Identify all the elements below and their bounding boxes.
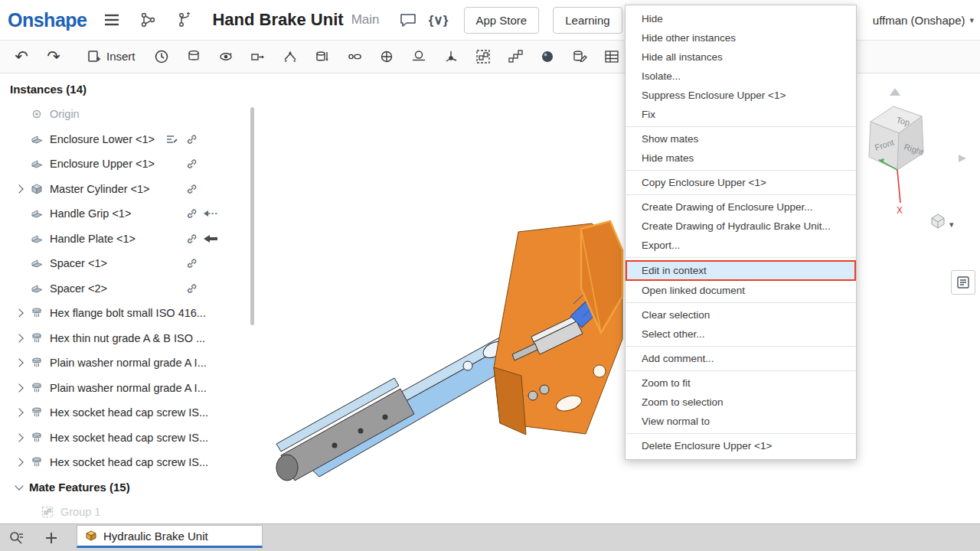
planar-mate-button[interactable] <box>276 44 304 70</box>
instance-row-hex-socket-screw-1[interactable]: Hex socket head cap screw IS... <box>0 400 264 425</box>
x-axis-label: X <box>897 205 903 216</box>
branches-icon[interactable] <box>174 8 197 31</box>
history-button[interactable] <box>148 44 175 70</box>
viewport-3d[interactable]: Top Front Right X ▾ <box>264 73 980 524</box>
menu-item-delete[interactable]: Delete Enclosure Upper <1> <box>626 436 856 455</box>
collapse-chevron[interactable] <box>9 475 29 500</box>
expand-chevron[interactable] <box>9 450 29 475</box>
expand-chevron[interactable] <box>9 376 29 401</box>
redo-button[interactable]: ↷ <box>40 44 67 70</box>
document-title: Hand Brake Unit <box>212 10 343 30</box>
menu-item-fix[interactable]: Fix <box>626 105 856 124</box>
menu-item-suppress[interactable]: Suppress Enclosure Upper <1> <box>626 86 856 105</box>
menu-item-clear-selection[interactable]: Clear selection <box>626 305 856 324</box>
tangent-mate-button[interactable] <box>405 44 433 70</box>
featurescript-icon[interactable]: {∨} <box>427 8 450 31</box>
view-mode-dropdown[interactable]: ▾ <box>932 214 954 229</box>
search-icon <box>8 530 24 546</box>
view-cube-right-arrow[interactable] <box>959 155 966 162</box>
menu-item-hide-mates[interactable]: Hide mates <box>626 148 856 168</box>
slider-mate-icon <box>250 49 266 64</box>
cylindrical-mate-button[interactable] <box>309 44 336 70</box>
instance-row-spacer-1[interactable]: Spacer <1> <box>0 251 264 276</box>
appearance-button[interactable] <box>534 44 561 70</box>
menu-item-create-drawing-unit[interactable]: Create Drawing of Hydraulic Brake Unit..… <box>626 217 856 236</box>
menu-item-isolate[interactable]: Isolate... <box>626 67 856 86</box>
part-icon <box>29 282 44 295</box>
undo-button[interactable]: ↶ <box>8 44 35 70</box>
instance-row-hex-socket-screw-2[interactable]: Hex socket head cap screw IS... <box>0 425 264 451</box>
onshape-logo[interactable]: Onshape <box>8 9 87 31</box>
group-button[interactable] <box>469 44 497 70</box>
instance-row-origin[interactable]: Origin <box>0 102 264 127</box>
panel-scrollbar[interactable] <box>250 107 254 325</box>
menu-item-view-normal-to[interactable]: View normal to <box>626 412 856 431</box>
mate-features-header[interactable]: Mate Features (15) <box>0 475 264 500</box>
ball-mate-button[interactable] <box>373 44 400 70</box>
instance-row-enclosure-lower[interactable]: Enclosure Lower <1> <box>0 127 264 152</box>
mate-feature-row-group-1[interactable]: Group 1 <box>0 500 264 524</box>
menu-item-select-other[interactable]: Select other... <box>626 324 856 344</box>
menu-item-zoom-to-fit[interactable]: Zoom to fit <box>626 373 856 393</box>
comments-icon[interactable] <box>397 8 420 31</box>
instance-row-handle-grip[interactable]: Handle Grip <1> <box>0 201 264 227</box>
instance-row-hex-thin-nut[interactable]: Hex thin nut grade A & B ISO ... <box>0 326 264 351</box>
expand-chevron[interactable] <box>9 301 29 326</box>
view-cube[interactable]: Top Front Right X ▾ <box>859 82 974 235</box>
menu-item-add-comment[interactable]: Add comment... <box>626 349 856 368</box>
mate-connector-button[interactable] <box>437 44 465 70</box>
menu-item-hide-other-instances[interactable]: Hide other instances <box>626 28 856 47</box>
menu-item-export[interactable]: Export... <box>626 236 856 255</box>
pin-slot-mate-button[interactable] <box>341 44 368 70</box>
expand-chevron[interactable] <box>9 400 29 425</box>
instance-row-handle-plate[interactable]: Handle Plate <1> <box>0 227 264 252</box>
plus-icon <box>44 531 58 545</box>
instance-row-plain-washer-1[interactable]: Plain washer normal grade A I... <box>0 350 264 376</box>
revolute-mate-button[interactable] <box>212 44 240 70</box>
menu-item-hide[interactable]: Hide <box>626 9 856 28</box>
menu-item-create-drawing-enclosure[interactable]: Create Drawing of Enclosure Upper... <box>626 197 856 217</box>
fastened-mate-button[interactable] <box>180 44 207 70</box>
menu-divider <box>626 257 856 258</box>
menu-item-show-mates[interactable]: Show mates <box>626 129 856 148</box>
slider-mate-button[interactable] <box>244 44 272 70</box>
workspace-name[interactable]: Main <box>351 12 380 28</box>
learning-button[interactable]: Learning <box>553 7 622 34</box>
bom-button[interactable] <box>598 44 626 70</box>
menu-item-hide-all-instances[interactable]: Hide all instances <box>626 47 856 67</box>
instance-row-hex-flange-bolt[interactable]: Hex flange bolt small ISO 416... <box>0 301 264 326</box>
insert-button[interactable]: Insert <box>80 45 143 68</box>
versions-icon[interactable] <box>137 8 160 31</box>
instance-row-plain-washer-2[interactable]: Plain washer normal grade A I... <box>0 376 264 401</box>
edit-in-context-tool-button[interactable] <box>566 44 593 70</box>
menu-item-open-linked-document[interactable]: Open linked document <box>626 281 856 300</box>
expand-chevron[interactable] <box>9 425 29 451</box>
part-icon <box>29 157 44 171</box>
right-panel-toggle-button[interactable] <box>951 270 975 295</box>
left-arrow-icon <box>203 234 218 243</box>
instance-row-enclosure-upper[interactable]: Enclosure Upper <1> <box>0 152 264 177</box>
insert-label: Insert <box>106 50 136 63</box>
app-store-button[interactable]: App Store <box>464 7 540 34</box>
in-context-icon <box>166 135 178 144</box>
menu-divider <box>626 302 856 303</box>
expand-chevron[interactable] <box>9 326 29 351</box>
instance-row-hex-socket-screw-3[interactable]: Hex socket head cap screw IS... <box>0 450 264 475</box>
tab-hydraulic-brake-unit[interactable]: Hydraulic Brake Unit <box>77 525 263 548</box>
pattern-button[interactable] <box>501 44 529 70</box>
menu-item-edit-in-context[interactable]: Edit in context <box>626 260 856 281</box>
instance-row-master-cylinder[interactable]: Master Cylinder <1> <box>0 177 264 202</box>
search-tabs-button[interactable] <box>6 528 26 548</box>
cylindrical-mate-icon <box>315 49 330 64</box>
view-cube-up-arrow[interactable] <box>890 88 900 96</box>
account-menu[interactable]: uffman (Onshape) ▾ <box>873 0 974 40</box>
menu-item-zoom-to-selection[interactable]: Zoom to selection <box>626 393 856 412</box>
expand-chevron[interactable] <box>9 350 29 376</box>
menu-item-copy[interactable]: Copy Enclosure Upper <1> <box>626 173 856 192</box>
add-tab-button[interactable] <box>41 528 61 548</box>
expand-chevron[interactable] <box>9 177 29 202</box>
main-menu-icon[interactable] <box>100 8 123 31</box>
instance-row-spacer-2[interactable]: Spacer <2> <box>0 276 264 302</box>
caret-down-icon: ▾ <box>969 15 974 25</box>
tab-label: Hydraulic Brake Unit <box>103 530 208 543</box>
